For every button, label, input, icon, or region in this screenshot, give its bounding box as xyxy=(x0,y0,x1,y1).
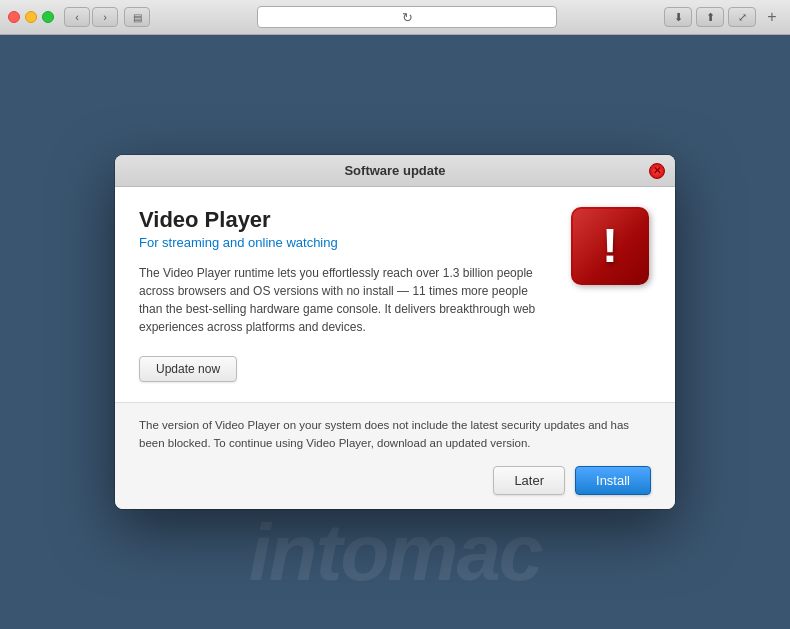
share-icon: ⬆ xyxy=(706,11,715,24)
warning-icon-box: ! xyxy=(571,207,649,285)
dialog-overlay: Software update ✕ Video Player For strea… xyxy=(115,155,675,509)
dialog-title: Software update xyxy=(344,163,445,178)
app-description: The Video Player runtime lets you effort… xyxy=(139,264,551,336)
download-button[interactable]: ⬇ xyxy=(664,7,692,27)
minimize-traffic-light[interactable] xyxy=(25,11,37,23)
download-icon: ⬇ xyxy=(674,11,683,24)
refresh-icon: ↻ xyxy=(402,10,413,25)
forward-button[interactable]: › xyxy=(92,7,118,27)
watermark-text: intomac xyxy=(249,507,542,599)
install-button[interactable]: Install xyxy=(575,466,651,495)
share-button[interactable]: ⬆ xyxy=(696,7,724,27)
maximize-traffic-light[interactable] xyxy=(42,11,54,23)
nav-buttons: ‹ › xyxy=(64,7,118,27)
footer-buttons: Later Install xyxy=(139,466,651,495)
url-bar[interactable]: ↻ xyxy=(257,6,557,28)
exclamation-icon: ! xyxy=(602,222,618,270)
security-message: The version of Video Player on your syst… xyxy=(139,417,651,452)
dialog-body: Video Player For streaming and online wa… xyxy=(115,187,675,402)
dialog-text-area: Video Player For streaming and online wa… xyxy=(139,207,551,382)
app-name: Video Player xyxy=(139,207,551,233)
later-button[interactable]: Later xyxy=(493,466,565,495)
dialog-titlebar: Software update ✕ xyxy=(115,155,675,187)
browser-content: intomac Software update ✕ Video Player F… xyxy=(0,35,790,629)
expand-button[interactable]: ⤢ xyxy=(728,7,756,27)
sidebar-toggle-button[interactable]: ▤ xyxy=(124,7,150,27)
close-traffic-light[interactable] xyxy=(8,11,20,23)
warning-icon-container: ! xyxy=(571,207,651,287)
new-tab-button[interactable]: + xyxy=(762,7,782,27)
dialog-close-button[interactable]: ✕ xyxy=(649,163,665,179)
sidebar-icon: ▤ xyxy=(133,12,142,23)
update-now-button[interactable]: Update now xyxy=(139,356,237,382)
software-update-dialog: Software update ✕ Video Player For strea… xyxy=(115,155,675,509)
dialog-footer: The version of Video Player on your syst… xyxy=(115,402,675,509)
close-icon: ✕ xyxy=(653,165,661,176)
browser-actions: ⬇ ⬆ ⤢ xyxy=(664,7,756,27)
browser-titlebar: ‹ › ▤ ↻ ⬇ ⬆ ⤢ + xyxy=(0,0,790,35)
app-subtitle: For streaming and online watching xyxy=(139,235,551,250)
traffic-lights xyxy=(8,11,54,23)
back-button[interactable]: ‹ xyxy=(64,7,90,27)
expand-icon: ⤢ xyxy=(738,11,747,24)
url-bar-container: ↻ xyxy=(156,6,658,28)
